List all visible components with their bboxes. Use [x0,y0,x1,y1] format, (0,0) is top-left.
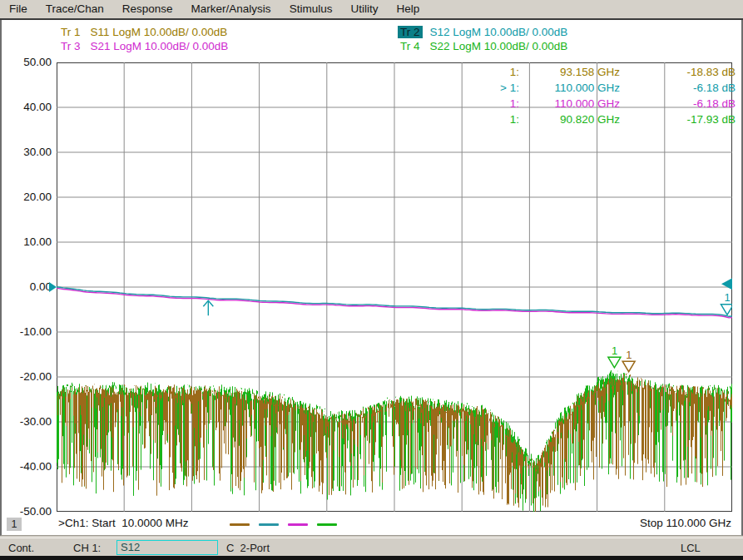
trace-title-tr-4[interactable]: Tr 4S22 LogM 10.00dB/ 0.00dB [398,39,567,52]
channel-1-badge[interactable]: 1 [7,518,22,531]
y-axis-label: -20.00 [0,370,52,384]
svg-text:1: 1 [725,291,731,304]
legend-dash-s11 [230,523,250,526]
status-bar: Cont. CH 1: S12 C 2-Port LCL [0,538,743,557]
marker-value: -18.83 dB [620,65,736,79]
trace-format-label: S11 LogM 10.00dB/ 0.00dB [91,26,228,38]
channel-label: CH 1: [73,541,101,555]
lcl-status-label: LCL [681,541,701,555]
marker-value: -17.93 dB [620,112,736,126]
y-axis-label: -50.00 [0,505,52,518]
y-axis-label: 40.00 [0,101,52,114]
marker-value: -6.18 dB [620,81,736,95]
svg-text:1: 1 [612,344,617,357]
y-axis-label: 50.00 [0,56,52,69]
stop-frequency-label: Stop 110.000 GHz [640,517,731,529]
trace-title-tr-2[interactable]: Tr 2S12 LogM 10.00dB/ 0.00dB [398,25,567,38]
up-arrow-on-s12-icon [203,300,213,315]
menu-item-help[interactable]: Help [387,0,428,18]
marker-1-s11-icon: 1 [622,349,635,372]
marker-number: > 1: [461,81,519,95]
menu-item-marker-analysis[interactable]: Marker/Analysis [182,0,280,18]
y-axis-label: -10.00 [0,325,52,339]
legend-dash-s12 [259,523,279,526]
marker-frequency: 90.820 GHz [519,112,620,126]
marker-frequency: 110.000 GHz [519,97,620,111]
marker-number: 1: [461,97,519,111]
trace-title-tr-3[interactable]: Tr 3S21 LogM 10.00dB/ 0.00dB [58,39,228,52]
trace-number-tr-2[interactable]: Tr 2 [398,26,423,38]
marker-number: 1: [461,112,519,126]
y-axis-label: -40.00 [0,460,52,473]
marker-readout-row: 1:90.820 GHz-17.93 dB [461,112,736,126]
menu-item-utility[interactable]: Utility [341,0,387,18]
marker-readout-row: 1:110.000 GHz-6.18 dB [461,97,736,111]
start-frequency-label: >Ch1: Start 10.0000 MHz [58,517,188,529]
marker-frequency: 93.158 GHz [519,65,620,79]
trace-number-tr-4[interactable]: Tr 4 [398,40,423,52]
trace-format-label: S12 LogM 10.00dB/ 0.00dB [430,26,568,38]
marker-readout-row: 1:93.158 GHz-18.83 dB [461,65,736,79]
trace-number-tr-1[interactable]: Tr 1 [58,26,83,38]
trace-format-label: S22 LogM 10.00dB/ 0.00dB [430,40,568,52]
legend-dash-s22 [317,523,337,526]
menu-item-trace-chan[interactable]: Trace/Chan [37,0,113,18]
marker-value: -6.18 dB [620,97,736,111]
bottom-strip [0,556,743,560]
pna-application-window: FileTrace/ChanResponseMarker/AnalysisSti… [0,0,743,560]
menu-bar: FileTrace/ChanResponseMarker/AnalysisSti… [0,0,743,18]
measurement-select[interactable]: S12 [116,540,218,555]
trace-number-tr-3[interactable]: Tr 3 [58,40,83,52]
y-axis-label: 20.00 [0,191,52,204]
trace-format-label: S21 LogM 10.00dB/ 0.00dB [91,40,229,52]
y-axis-label: 10.00 [0,235,52,249]
marker-frequency: 110.000 GHz [519,81,620,95]
svg-text:1: 1 [626,349,632,361]
legend-dash-s21 [288,523,308,526]
marker-readout-row: > 1:110.000 GHz-6.18 dB [461,81,736,95]
y-axis-label: 0.00 [0,280,52,294]
menu-item-stimulus[interactable]: Stimulus [280,0,342,18]
reference-level-indicator-icon [49,282,57,292]
y-axis-label: 30.00 [0,146,52,159]
cal-status-label: C 2-Port [226,541,270,555]
marker-number: 1: [461,65,519,79]
active-marker-edge-flag-icon [721,278,732,290]
marker-1-s22-icon: 1 [608,344,621,368]
trace-title-tr-1[interactable]: Tr 1S11 LogM 10.00dB/ 0.00dB [58,25,227,38]
menu-item-file[interactable]: File [0,0,37,18]
sparam-chart: 111 [57,62,732,512]
acquisition-mode-label: Cont. [8,541,34,555]
y-axis-label: -30.00 [0,415,52,429]
menu-item-response[interactable]: Response [113,0,182,18]
